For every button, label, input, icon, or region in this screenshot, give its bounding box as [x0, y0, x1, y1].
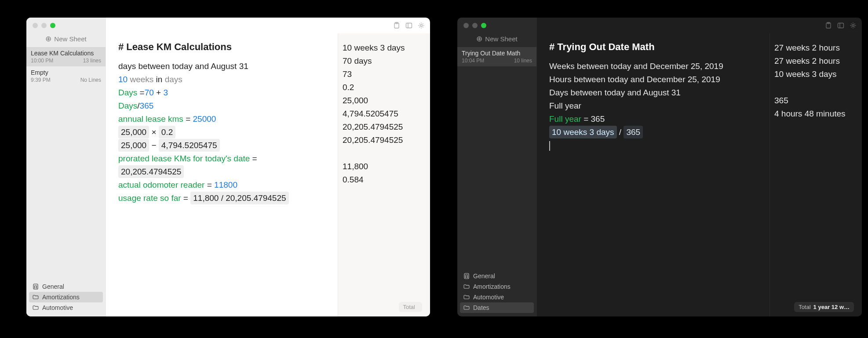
- editor-line[interactable]: days between today and August 31: [118, 60, 329, 73]
- token: /: [617, 127, 624, 137]
- editor-line[interactable]: annual lease kms = 25000: [118, 113, 329, 126]
- clipboard-icon[interactable]: [393, 22, 400, 29]
- editor-line[interactable]: prorated lease KMs for today's date =: [118, 152, 329, 165]
- token: Full year: [549, 114, 581, 124]
- token: 3: [163, 88, 168, 97]
- close-icon[interactable]: [33, 23, 38, 28]
- editor[interactable]: # Lease KM Calculations days between tod…: [106, 33, 338, 316]
- folder-item[interactable]: General: [460, 271, 534, 281]
- result-value[interactable]: [343, 147, 422, 160]
- sheet-time: 10:00 PM: [31, 58, 53, 64]
- result-value[interactable]: 20,205.4794525: [343, 120, 422, 134]
- sheet-list: Lease KM Calculations10:00 PM13 linesEmp…: [26, 47, 106, 86]
- editor-line[interactable]: Days =70 + 3: [118, 86, 329, 99]
- plus-circle-icon: ⊕: [476, 35, 482, 43]
- folder-label: Amortizations: [473, 283, 511, 290]
- editor-line[interactable]: 25,000 − 4,794.5205475: [118, 139, 329, 152]
- token: 25,000: [118, 139, 149, 152]
- result-value[interactable]: 73: [343, 68, 422, 81]
- result-value[interactable]: 27 weeks 2 hours: [774, 41, 854, 55]
- result-value[interactable]: 70 days: [343, 55, 422, 68]
- folder-item[interactable]: General: [29, 281, 103, 292]
- folder-item[interactable]: Automotive: [460, 292, 534, 302]
- editor-line[interactable]: 10 weeks 3 days / 365: [549, 126, 761, 139]
- maximize-icon[interactable]: [481, 23, 486, 28]
- result-value[interactable]: 365: [774, 94, 854, 107]
- result-value[interactable]: 25,000: [343, 94, 422, 107]
- folder-item[interactable]: Amortizations: [29, 292, 103, 302]
- clipboard-icon[interactable]: [825, 22, 832, 29]
- settings-icon[interactable]: [850, 22, 857, 29]
- editor-line[interactable]: actual odomoter reader = 11800: [118, 178, 329, 192]
- editor[interactable]: # Trying Out Date Math Weeks between tod…: [537, 33, 770, 316]
- svg-point-10: [420, 25, 423, 27]
- editor-line[interactable]: Days between today and August 31: [549, 86, 761, 99]
- result-value[interactable]: 10 weeks 3 days: [774, 68, 854, 81]
- result-value[interactable]: 10 weeks 3 days: [343, 41, 422, 55]
- sheet-meta: No Lines: [80, 77, 101, 83]
- total-box[interactable]: Total 1 year 12 w…: [794, 302, 854, 312]
- token: Days: [118, 101, 137, 110]
- sheet-name: Lease KM Calculations: [31, 50, 101, 57]
- editor-line[interactable]: [549, 139, 761, 152]
- result-value[interactable]: 20,205.4794525: [343, 134, 422, 147]
- minimize-icon[interactable]: [41, 23, 47, 28]
- folder-label: General: [42, 283, 64, 290]
- total-box[interactable]: Total: [399, 302, 422, 312]
- toolbar: [537, 18, 862, 33]
- total-label: Total: [403, 304, 415, 310]
- window-dark: ⊕ New Sheet Trying Out Date Math10:04 PM…: [457, 18, 862, 316]
- editor-line[interactable]: Full year: [549, 99, 761, 113]
- svg-point-5: [36, 287, 36, 288]
- editor-line[interactable]: Hours between today and December 25, 201…: [549, 73, 761, 86]
- maximize-icon[interactable]: [50, 23, 55, 28]
- folder-icon: [463, 294, 470, 300]
- sidebar: ⊕ New Sheet Trying Out Date Math10:04 PM…: [457, 18, 536, 316]
- result-value[interactable]: 0.2: [343, 81, 422, 94]
- folder-icon: [463, 305, 470, 310]
- token: 10 weeks 3 days: [549, 126, 617, 138]
- svg-point-16: [467, 277, 467, 277]
- settings-icon[interactable]: [418, 22, 425, 29]
- svg-point-21: [852, 25, 854, 27]
- sidebar-toggle-icon[interactable]: [405, 22, 412, 29]
- folder-item[interactable]: Amortizations: [460, 281, 534, 292]
- sheet-time: 10:04 PM: [462, 58, 484, 64]
- token: 365: [624, 126, 643, 138]
- editor-line[interactable]: 10 weeks in days: [118, 73, 329, 86]
- result-value[interactable]: 27 weeks 2 hours: [774, 55, 854, 68]
- traffic-lights: [457, 18, 536, 33]
- svg-rect-19: [838, 23, 844, 28]
- editor-line[interactable]: Days/365: [118, 99, 329, 113]
- close-icon[interactable]: [463, 23, 469, 28]
- editor-line[interactable]: Full year = 365: [549, 113, 761, 126]
- editor-line[interactable]: Weeks between today and December 25, 201…: [549, 60, 761, 73]
- folder-item[interactable]: Dates: [460, 302, 534, 313]
- result-value[interactable]: 4 hours 48 minutes: [774, 107, 854, 120]
- editor-line[interactable]: 25,000 × 0.2: [118, 126, 329, 139]
- result-value[interactable]: 0.584: [343, 173, 422, 186]
- sheet-item[interactable]: Trying Out Date Math10:04 PM10 lines: [457, 47, 536, 66]
- new-sheet-label: New Sheet: [54, 35, 86, 43]
- folder-label: General: [473, 273, 495, 280]
- folder-item[interactable]: Automotive: [29, 302, 103, 313]
- sheet-item[interactable]: Lease KM Calculations10:00 PM13 lines: [26, 47, 106, 66]
- new-sheet-button[interactable]: ⊕ New Sheet: [457, 33, 536, 47]
- result-value[interactable]: [774, 81, 854, 94]
- token: 10: [118, 75, 128, 84]
- token: annual lease kms: [118, 114, 183, 124]
- token: = 365: [581, 114, 605, 124]
- token: =: [183, 114, 193, 124]
- svg-point-13: [465, 276, 466, 276]
- token: =: [204, 180, 214, 189]
- sheet-item[interactable]: Empty9:39 PMNo Lines: [26, 66, 106, 86]
- sidebar-toggle-icon[interactable]: [837, 22, 844, 29]
- svg-point-14: [467, 276, 467, 276]
- result-value[interactable]: 11,800: [343, 160, 422, 173]
- new-sheet-button[interactable]: ⊕ New Sheet: [26, 33, 106, 47]
- result-value[interactable]: 4,794.5205475: [343, 107, 422, 120]
- editor-line[interactable]: 20,205.4794525: [118, 165, 329, 178]
- results-column: 27 weeks 2 hours27 weeks 2 hours10 weeks…: [770, 33, 862, 316]
- minimize-icon[interactable]: [472, 23, 478, 28]
- editor-line[interactable]: usage rate so far = 11,800 / 20,205.4794…: [118, 192, 329, 205]
